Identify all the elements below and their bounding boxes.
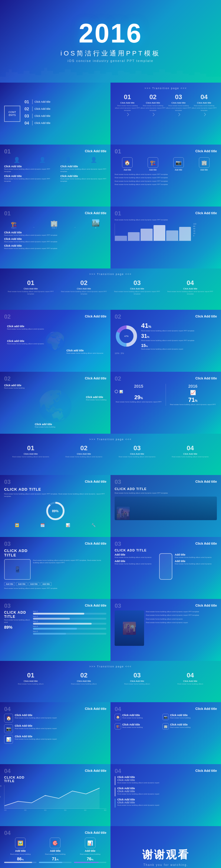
- icon-boxes-row: 🏠 Add title 🏗️ Add title 📷 Add title 🏢 A…: [115, 157, 217, 171]
- t-item-1: 01 Click Add title Real estate home buil…: [115, 93, 140, 116]
- city-photo: 🌇: [115, 611, 144, 646]
- transition-slide-2: >>> Transition page <<< 01 Click Add tit…: [0, 269, 221, 310]
- y-axis-labels: 100 80 60 40 20 0: [193, 223, 217, 237]
- row-9: 04 Click Add title 🏠 Click Add title Rea…: [0, 702, 221, 764]
- slide-04-right: 04 Click Add title 🏠 Click Add title Rea…: [110, 702, 221, 764]
- transition-header: >>> Transition page <<<: [115, 87, 217, 90]
- circular-progress: 89%: [45, 501, 66, 521]
- contents-list: 01 Click Add title 02 Click Add title 03…: [25, 99, 106, 128]
- transition-slide-3: >>> Transition page <<< 01 Click Add tit…: [0, 434, 221, 475]
- slide-04-list: 04 Click Add title Click Add title Click…: [110, 764, 221, 826]
- slide-04-left: 04 Click Add title 🏠 Click Add title Rea…: [0, 702, 110, 764]
- slide-01-icon-boxes: 01 Click Add title 🏠 Add title 🏗️ Add ti…: [110, 145, 221, 207]
- transition-items: 01 Click Add title Real estate home buil…: [115, 93, 217, 116]
- row-11: 04 Click Add title 🖼️ Add title Real est…: [0, 826, 221, 868]
- slide-03-cityscape: 03 Click Add title CLICK ADD TITLE Real …: [110, 475, 221, 537]
- donut-chart: 47%: [115, 324, 138, 348]
- subtitle-big: CLICK ADD TITLE: [4, 487, 106, 492]
- person-icon-1: 👤: [13, 157, 20, 163]
- thankyou-en: Thank you for watching.: [143, 863, 188, 867]
- slide-03-tablet: 03 Click Add title CLICK ADDTITLE 📱 Real…: [0, 537, 110, 599]
- transition-slide-1: >>> Transition page <<< 01 Click Add tit…: [110, 83, 221, 145]
- list-item: 03 Click Add title: [25, 114, 106, 118]
- row-4: 02 Click Add title 🌍 Click add title Rea…: [0, 310, 221, 372]
- row-2: 01 Click Add title 👤 👤 👤 👤: [0, 145, 221, 207]
- steps-row: 🏗️ Step 1 → 🏢 Step 2 → 🏙️ 3: [4, 219, 106, 229]
- person-icon-3: 👤: [65, 157, 71, 163]
- t-item-4: 04 Click Add title Real estate home buil…: [191, 93, 217, 116]
- world-map-icon: 🌏: [4, 384, 106, 428]
- phone-mockup: [159, 553, 172, 580]
- slide-02-comparison: 02 Click Add title 2015 📊 29% Real estat…: [110, 372, 221, 434]
- row-6: 03 Click Add title CLICK ADD TITLE Real …: [0, 475, 221, 537]
- bottom-icons: 🖼️ 🗓️ 📊 🔧: [4, 523, 106, 527]
- hero-year: 2016: [79, 20, 142, 46]
- contents-slide: CONT ENTS 01 Click Add title 02 Click Ad…: [0, 83, 110, 145]
- slide-01-timeline: 01 Click Add title 🏗️ Step 1 → 🏢 Step 2 …: [0, 207, 110, 269]
- people-icons-row: 👤 👤 👤 👤: [4, 157, 106, 163]
- t-item-2: 02 Click Add title Real estate home buil…: [140, 93, 166, 116]
- icon-item-4: 🏢 Add title: [199, 157, 210, 171]
- cityscape-img: 🌆: [115, 497, 217, 520]
- slide-03-city2: 03 Click Add title 🌇 Real estate home bu…: [110, 599, 221, 661]
- pct-card-1: 🖼️ Add title Real estate home building 8…: [4, 838, 37, 863]
- slide-01-icons: 01 Click Add title 👤 👤 👤 👤: [0, 145, 110, 207]
- line-chart-area: 100 50 0: [4, 785, 106, 809]
- row-5: 02 Click Add title 🌏 Click add title Rea…: [0, 372, 221, 434]
- row-8: 03 Click Add title CLICK ADD TITLE Real …: [0, 599, 221, 661]
- list-item: 02 Click Add title: [25, 106, 106, 111]
- slide-03-phone: 03 Click Add title CLICK ADD TITLE Add t…: [110, 537, 221, 599]
- hero-title-en: iOS concise industry general PPT templat…: [68, 59, 153, 63]
- row-3: 01 Click Add title 🏗️ Step 1 → 🏢 Step 2 …: [0, 207, 221, 269]
- person-icon-4: 👤: [90, 157, 97, 163]
- horizontal-bars: Item 1 Item 2 Item 3: [33, 611, 106, 634]
- slide-02-left-filler: 02 Click Add title 🌍 Click add title Rea…: [0, 310, 110, 372]
- slide-04-cards: 04 Click Add title 🖼️ Add title Real est…: [0, 826, 110, 868]
- thankyou-cn: 谢谢观看: [142, 848, 189, 862]
- list-item: 01 Click Add title: [25, 99, 106, 104]
- row-1: CONT ENTS 01 Click Add title 02 Click Ad…: [0, 83, 221, 145]
- icon-item-2: 🏗️ Add title: [148, 157, 158, 171]
- row-7: 03 Click Add title CLICK ADDTITLE 📱 Real…: [0, 537, 221, 599]
- contents-box: CONT ENTS: [4, 105, 20, 122]
- transition-slide-4: >>> Transition page <<< 01 Click Add tit…: [0, 661, 221, 702]
- svg-marker-6: [4, 788, 100, 809]
- person-icon-small: [115, 390, 118, 393]
- hero-title-cn: iOS简洁行业通用PPT模板: [61, 49, 160, 58]
- pct-cards: 🖼️ Add title Real estate home building 8…: [4, 838, 106, 863]
- thankyou-slide: 谢谢观看 Thank you for watching.: [110, 826, 221, 868]
- row-10: 04 Click Add title CLICK ADDTITLE 100 50…: [0, 764, 221, 826]
- world-map-area: 🌍 Click add title Real estate home build…: [4, 322, 106, 360]
- slide-04-linechart: 04 Click Add title CLICK ADDTITLE 100 50…: [0, 764, 110, 826]
- tablet-mockup: 📱: [4, 559, 31, 580]
- slide-02-pie: 02 Click Add title 47% 4: [110, 310, 221, 372]
- hero-slide: 2016 iOS简洁行业通用PPT模板 iOS concise industry…: [0, 0, 221, 83]
- icon-item-3: 📷 Add title: [173, 157, 184, 171]
- slide-02-worldmap: 02 Click Add title 🌏 Click add title Rea…: [0, 372, 110, 434]
- slide-01-barchart: 01 Click Add title Real estate home buil…: [110, 207, 221, 269]
- icon-item-1: 🏠 Add title: [122, 157, 133, 171]
- person-icon-2: 👤: [39, 157, 46, 163]
- list-item: 04 Click Add title: [25, 121, 106, 125]
- pct-card-2: 🎯 Add title Real estate home building 71…: [39, 838, 71, 863]
- t-item-3: 03 Click Add title Real estate home buil…: [166, 93, 191, 116]
- slide-03-bars: 03 Click Add title CLICK ADD TITLE Real …: [0, 599, 110, 661]
- pct-card-3: 📊 Add title Real estate home building 76…: [74, 838, 106, 863]
- bar-chart: [115, 223, 191, 241]
- slide-03-left: 03 Click Add title CLICK ADD TITLE Real …: [0, 475, 110, 537]
- add-title-chips: Add title Add title Add title Add title: [4, 582, 106, 586]
